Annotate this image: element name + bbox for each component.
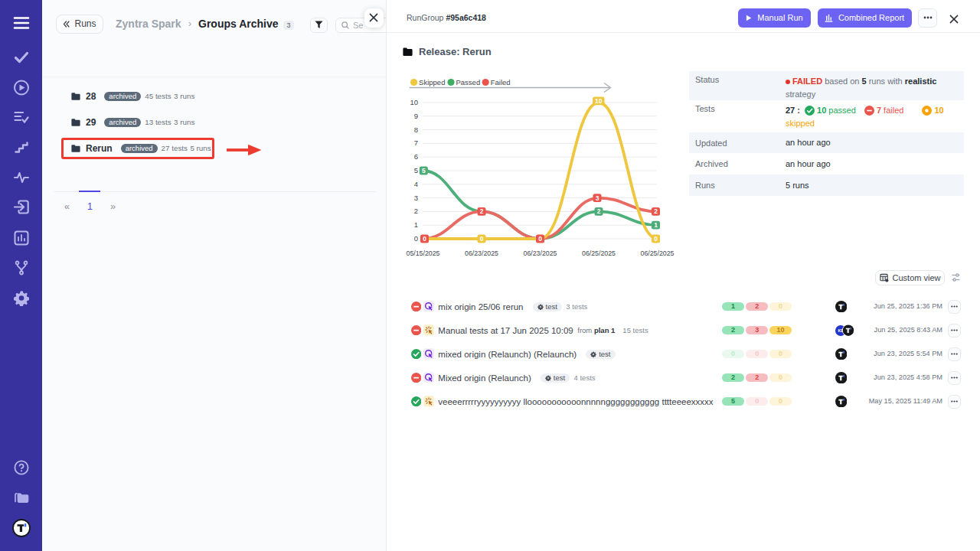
svg-text:0: 0: [538, 235, 542, 243]
svg-text:2: 2: [597, 207, 601, 215]
svg-text:Failed: Failed: [491, 78, 511, 86]
svg-text:0: 0: [654, 235, 658, 243]
svg-text:5: 5: [414, 166, 418, 174]
svg-text:06/25/2025: 06/25/2025: [640, 249, 674, 257]
svg-text:06/23/2025: 06/23/2025: [523, 249, 557, 257]
svg-text:Passed: Passed: [456, 78, 481, 86]
svg-text:1: 1: [414, 220, 418, 229]
svg-text:4: 4: [414, 180, 418, 188]
svg-text:10: 10: [595, 97, 603, 105]
svg-text:2: 2: [480, 207, 484, 215]
svg-text:8: 8: [414, 126, 418, 134]
svg-text:06/23/2025: 06/23/2025: [465, 249, 498, 257]
svg-text:5: 5: [422, 167, 426, 174]
svg-text:06/25/2025: 06/25/2025: [582, 249, 616, 257]
svg-text:3: 3: [414, 194, 418, 202]
svg-text:0: 0: [480, 235, 484, 243]
svg-text:0: 0: [423, 235, 426, 243]
svg-text:2: 2: [414, 207, 418, 215]
svg-text:10: 10: [410, 98, 418, 106]
svg-text:3: 3: [596, 194, 599, 202]
svg-text:6: 6: [414, 152, 418, 161]
svg-text:0: 0: [414, 234, 418, 243]
svg-text:Skipped: Skipped: [419, 78, 445, 86]
svg-text:9: 9: [414, 112, 418, 120]
svg-text:05/15/2025: 05/15/2025: [406, 249, 439, 257]
svg-text:2: 2: [654, 207, 658, 215]
svg-text:7: 7: [414, 139, 418, 147]
svg-text:1: 1: [654, 221, 658, 229]
